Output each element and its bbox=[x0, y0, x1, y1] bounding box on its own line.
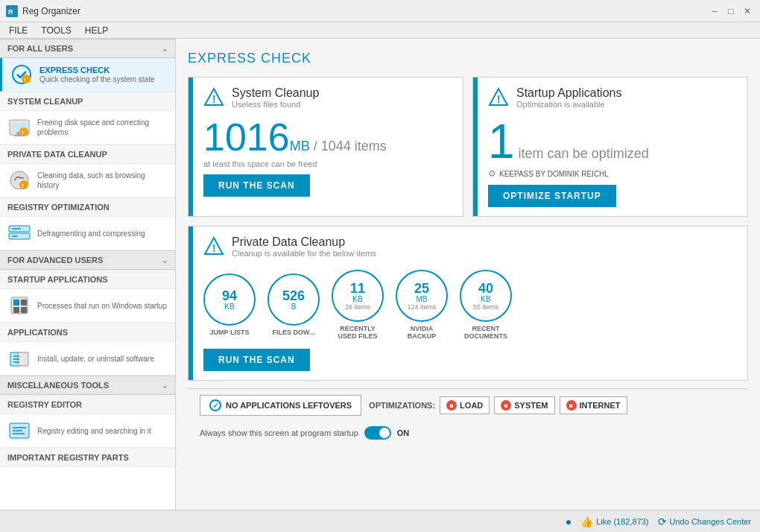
startup-card-header-text: Startup Applications Optimization is ava… bbox=[516, 86, 621, 109]
footer-undo[interactable]: ⟳ Undo Changes Center bbox=[658, 516, 751, 528]
private-data-icon: ! bbox=[7, 168, 31, 192]
startup-toggle-text: Always show this screen at program start… bbox=[200, 428, 358, 437]
gear-icon: ⚙ bbox=[488, 168, 496, 179]
footer-like-label: Like (182,873) bbox=[596, 517, 648, 526]
startup-apps-text: Processes that run on Windows startup bbox=[37, 301, 167, 311]
applications-text: Install, update, or uninstall software bbox=[37, 354, 154, 364]
menu-tools[interactable]: TOOLS bbox=[35, 24, 77, 37]
svg-rect-23 bbox=[21, 307, 27, 313]
footer-undo-label: Undo Changes Center bbox=[670, 517, 751, 526]
system-cleanup-scan-button[interactable]: RUN THE SCAN bbox=[203, 174, 310, 197]
maximize-button[interactable]: □ bbox=[724, 4, 738, 18]
svg-rect-25 bbox=[18, 352, 28, 366]
system-cleanup-label: SYSTEM CLEANUP bbox=[7, 97, 83, 106]
startup-number-row: 1 item can be optimized bbox=[488, 118, 738, 165]
card-inner-2: ! Startup Applications Optimization is a… bbox=[482, 86, 738, 207]
close-button[interactable]: ✕ bbox=[741, 4, 754, 18]
registry-opt-text: Defragmenting and compressing bbox=[37, 229, 145, 238]
content-area: EXPRESS CHECK ! System Cleanu bbox=[176, 39, 760, 510]
help-icon: ● bbox=[566, 516, 571, 528]
card-sub: at least this space can be freed bbox=[203, 159, 454, 168]
startup-apps-icon bbox=[7, 294, 31, 317]
chevron-down-icon: ⌄ bbox=[162, 45, 168, 53]
sidebar-item-express-check[interactable]: ! EXPRESS CHECK Quick checking of the sy… bbox=[0, 58, 175, 92]
sidebar-item-registry-editor[interactable]: Registry editing and searching in it bbox=[0, 414, 175, 448]
startup-rest: item can be optimized bbox=[515, 146, 649, 161]
opt-system-icon: ■ bbox=[501, 400, 511, 411]
system-cleanup-card: ! System Cleanup Useless files found 101… bbox=[188, 77, 463, 217]
circle-unit-0: KB bbox=[224, 303, 234, 311]
express-check-text: EXPRESS CHECK Quick checking of the syst… bbox=[39, 66, 155, 84]
system-cleanup-text: Freeing disk space and correcting proble… bbox=[37, 118, 168, 137]
sidebar-group-for-all-users[interactable]: FOR ALL USERS ⌄ bbox=[0, 39, 175, 58]
applications-section: APPLICATIONS bbox=[0, 323, 175, 342]
sidebar-group-misc[interactable]: MISCELLANEOUS TOOLS ⌄ bbox=[0, 376, 175, 395]
registry-editor-label: REGISTRY EDITOR bbox=[7, 400, 82, 409]
svg-text:!: ! bbox=[22, 130, 24, 136]
opt-load-button[interactable]: ■ LOAD bbox=[440, 396, 490, 414]
opt-system-button[interactable]: ■ SYSTEM bbox=[494, 396, 554, 414]
circle-unit-1: B bbox=[291, 303, 297, 311]
private-data-scan-button[interactable]: RUN THE SCAN bbox=[203, 349, 310, 371]
footer-like[interactable]: 👍 Like (182,873) bbox=[580, 516, 648, 528]
svg-rect-20 bbox=[13, 300, 19, 305]
card-inner: ! System Cleanup Useless files found 101… bbox=[197, 86, 454, 197]
sidebar-item-startup-apps[interactable]: Processes that run on Windows startup bbox=[0, 289, 175, 323]
startup-toggle[interactable] bbox=[364, 426, 391, 440]
private-data-desc: Cleaning data, such as browsing history bbox=[37, 171, 168, 190]
private-data-card: ! Private Data Cleanup Cleanup is availa… bbox=[188, 226, 748, 381]
sidebar-item-applications[interactable]: Install, update, or uninstall software bbox=[0, 342, 175, 376]
circle-item-0: 94 KB JUMP LISTS bbox=[203, 273, 256, 336]
startup-apps-section: STARTUP APPLICATIONS bbox=[0, 270, 175, 289]
sidebar-group-for-advanced[interactable]: FOR ADVANCED USERS ⌄ bbox=[0, 250, 175, 270]
card-accent-3 bbox=[189, 227, 193, 380]
undo-icon: ⟳ bbox=[658, 516, 667, 528]
top-cards-row: ! System Cleanup Useless files found 101… bbox=[188, 77, 748, 217]
svg-text:R: R bbox=[8, 8, 13, 16]
registry-opt-desc: Defragmenting and compressing bbox=[37, 229, 145, 238]
circle-big-3: 25 bbox=[414, 282, 429, 295]
circle-label-3: NVIDIA BACKUP bbox=[396, 325, 448, 340]
circle-2: 11 KB 26 items bbox=[332, 270, 384, 322]
private-data-section: PRIVATE DATA CLEANUP bbox=[0, 145, 175, 164]
circles-row: 94 KB JUMP LISTS 526 B FILES DOW... bbox=[203, 270, 738, 340]
circle-sub-2: 26 items bbox=[345, 303, 370, 311]
circle-item-2: 11 KB 26 items RECENTLY USED FILES bbox=[332, 270, 384, 340]
page-title: EXPRESS CHECK bbox=[188, 51, 748, 66]
registry-opt-section: REGISTRY OPTIMIZATION bbox=[0, 197, 175, 217]
registry-editor-icon bbox=[7, 419, 31, 443]
warning-triangle-icon-3: ! bbox=[203, 235, 224, 261]
svg-text:!: ! bbox=[212, 242, 216, 254]
footer-help[interactable]: ● bbox=[566, 516, 571, 528]
important-registry-section: IMPORTANT REGISTRY PARTS bbox=[0, 448, 175, 467]
sidebar-item-private-data[interactable]: ! Cleaning data, such as browsing histor… bbox=[0, 164, 175, 197]
circle-big-0: 94 bbox=[222, 289, 237, 303]
svg-point-4 bbox=[22, 75, 31, 83]
card-number-row: 1016MB / 1044 items bbox=[203, 118, 454, 156]
opt-load-icon: ■ bbox=[446, 400, 457, 411]
toggle-knob bbox=[379, 428, 390, 438]
private-data-text: Cleaning data, such as browsing history bbox=[37, 171, 168, 190]
circle-item-1: 526 B FILES DOW... bbox=[267, 273, 320, 336]
sidebar-group3-label: MISCELLANEOUS TOOLS bbox=[7, 381, 109, 390]
svg-text:!: ! bbox=[497, 93, 501, 105]
startup-card: ! Startup Applications Optimization is a… bbox=[472, 77, 748, 217]
svg-rect-21 bbox=[21, 300, 27, 305]
circle-unit-2: KB bbox=[352, 295, 362, 303]
optimize-startup-button[interactable]: OPTIMIZE STARTUP bbox=[488, 185, 616, 207]
system-cleanup-icon: ! bbox=[7, 115, 31, 139]
opt-internet-button[interactable]: ■ INTERNET bbox=[560, 396, 627, 414]
menu-file[interactable]: FILE bbox=[3, 24, 34, 37]
circle-unit-4: KB bbox=[481, 295, 490, 303]
startup-toggle-row: Always show this screen at program start… bbox=[188, 422, 748, 444]
menu-help[interactable]: HELP bbox=[79, 24, 114, 37]
sidebar-item-registry-opt[interactable]: Defragmenting and compressing bbox=[0, 217, 175, 250]
circle-0: 94 KB bbox=[203, 273, 256, 326]
app-title: Reg Organizer bbox=[22, 6, 80, 16]
main-layout: FOR ALL USERS ⌄ ! EXPRESS CHECK Quick ch… bbox=[0, 39, 760, 510]
minimize-button[interactable]: – bbox=[708, 4, 721, 18]
no-leftovers-button[interactable]: ✓ NO APPLICATIONS LEFTOVERS bbox=[200, 395, 361, 416]
registry-opt-icon bbox=[7, 221, 31, 245]
sidebar-item-system-cleanup[interactable]: ! Freeing disk space and correcting prob… bbox=[0, 111, 175, 145]
express-check-icon: ! bbox=[10, 63, 34, 86]
